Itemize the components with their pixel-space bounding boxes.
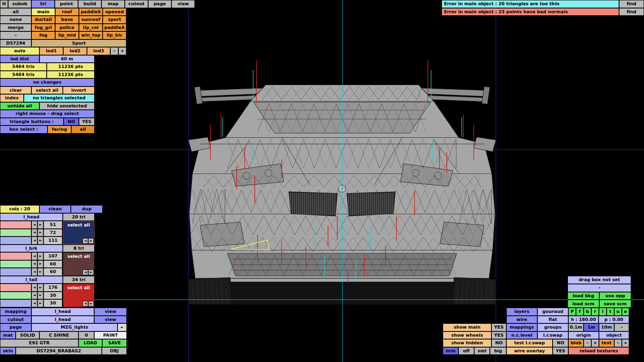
layer-t-button[interactable]: t xyxy=(607,308,614,316)
subobj-lipblc-button[interactable]: lip_blc xyxy=(103,31,126,39)
test-lr-swap-toggle[interactable]: NO xyxy=(553,339,568,347)
subobj-paddlea-button[interactable]: paddleA xyxy=(103,24,126,32)
wire-mode-button[interactable]: flat xyxy=(537,316,568,324)
spinner-right-icon[interactable]: ► xyxy=(37,299,43,307)
show-hidden-toggle[interactable]: NO xyxy=(491,339,506,347)
error-find-button-2[interactable]: find xyxy=(619,8,644,16)
subobj-main-button[interactable]: main xyxy=(31,8,55,16)
menu-cutout[interactable]: cutout xyxy=(125,0,148,8)
show-main-toggle[interactable]: YES xyxy=(491,323,506,331)
spinner-right-icon[interactable]: ► xyxy=(37,260,43,268)
page-right-icon[interactable]: ► xyxy=(88,301,94,306)
text-plus-button[interactable]: + xyxy=(622,339,629,347)
spinner-left-icon[interactable]: ◄ xyxy=(31,268,37,276)
menu-subob[interactable]: subob xyxy=(8,0,31,8)
clear-button[interactable]: clear xyxy=(0,86,31,95)
variant-button[interactable]: Sport xyxy=(31,39,126,47)
subobj-base-button[interactable]: base xyxy=(55,16,79,24)
cutout-value[interactable]: l_head xyxy=(31,316,94,324)
channel-value[interactable]: 30 xyxy=(43,299,62,307)
origin-button[interactable]: origin xyxy=(568,331,599,339)
use-opp-button[interactable]: use opp xyxy=(599,292,631,300)
nrm-big-button[interactable]: big xyxy=(490,347,506,355)
spinner-right-icon[interactable]: ► xyxy=(37,284,43,292)
channel-value[interactable]: 176 xyxy=(43,284,62,292)
spinner-left-icon[interactable]: ◄ xyxy=(31,237,37,245)
page-right-icon[interactable]: ► xyxy=(88,238,94,244)
subobj-roof-button[interactable]: roof xyxy=(55,8,79,16)
menu-page[interactable]: page xyxy=(148,0,171,8)
subobj-opened-button[interactable]: opened xyxy=(103,8,126,16)
nrm-button[interactable]: nrm xyxy=(443,347,458,355)
select-all-button[interactable]: select all xyxy=(31,86,63,95)
mat-paint-button[interactable]: PAINT xyxy=(94,331,127,339)
show-wheels-toggle[interactable]: YES xyxy=(491,331,506,339)
triangle-buttons-yes[interactable]: YES xyxy=(79,118,95,126)
menu-map[interactable]: map xyxy=(101,0,125,8)
mat-cshine-button[interactable]: C SHINE xyxy=(39,331,78,339)
color-slider-green[interactable] xyxy=(0,229,31,237)
mapping-view-button[interactable]: view xyxy=(94,308,127,316)
color-slider-blue[interactable] xyxy=(0,237,31,245)
load-bkg-button[interactable]: load bkg xyxy=(568,292,599,300)
page-next-icon[interactable]: ► xyxy=(118,323,127,331)
blob-plus-button[interactable]: + xyxy=(591,339,599,347)
spinner-right-icon[interactable]: ► xyxy=(37,221,43,229)
layer-l-button[interactable]: l xyxy=(599,308,607,316)
layer-r-button[interactable]: r xyxy=(591,308,599,316)
channel-value[interactable]: 51 xyxy=(43,221,62,229)
text-button[interactable]: text xyxy=(599,339,614,347)
shading-mode-button[interactable]: gouraud xyxy=(537,308,568,316)
channel-value[interactable]: 72 xyxy=(43,229,62,237)
spinner-left-icon[interactable]: ◄ xyxy=(31,229,37,237)
material-name[interactable]: l_brk xyxy=(0,245,63,253)
scale-10m-button[interactable]: 10m xyxy=(599,323,614,331)
lr-swap-button[interactable]: l.r.swap xyxy=(537,331,568,339)
material-name[interactable]: l_tail xyxy=(0,276,63,284)
text-minus-button[interactable]: – xyxy=(614,339,622,347)
model-id-field[interactable]: D57294 xyxy=(0,39,31,47)
subobj-ductail-button[interactable]: ductail xyxy=(31,16,55,24)
subobj-dash-button[interactable]: – xyxy=(0,31,31,39)
subobj-fog-button[interactable]: fog xyxy=(31,31,55,39)
blob-minus-button[interactable]: – xyxy=(584,339,591,347)
channel-value[interactable]: 30 xyxy=(43,292,62,300)
box-select-all[interactable]: all xyxy=(71,125,95,134)
model-name-field[interactable]: E92 GTR xyxy=(0,339,78,347)
page-left-icon[interactable]: ◄ xyxy=(83,301,88,306)
subobj-merge-button[interactable]: merge xyxy=(0,24,31,32)
nc-level-button[interactable]: n.c.level xyxy=(506,331,537,339)
box-select-facing[interactable]: facing xyxy=(47,125,71,134)
scale-minus-button[interactable]: – xyxy=(614,323,629,331)
lod-plus-button[interactable]: + xyxy=(118,47,126,55)
menu-view[interactable]: view xyxy=(171,0,195,8)
mappings-button[interactable]: mappings xyxy=(506,323,537,331)
spinner-left-icon[interactable]: ◄ xyxy=(31,284,37,292)
lod-dist-value[interactable]: 60 m xyxy=(39,55,95,63)
hide-unselected-button[interactable]: hide unselected xyxy=(39,102,95,110)
invert-button[interactable]: invert xyxy=(63,86,95,95)
lod-minus-button[interactable]: – xyxy=(110,47,118,55)
subobj-lipmid-button[interactable]: lip_mid xyxy=(55,31,79,39)
menu-build[interactable]: build xyxy=(78,0,101,8)
layer-u-button[interactable]: u xyxy=(614,308,622,316)
cutout-view-button[interactable]: view xyxy=(94,316,127,324)
subobj-foggrl-button[interactable]: fog_grl xyxy=(31,24,55,32)
subobj-police-button[interactable]: police xyxy=(55,24,79,32)
subobj-wintop-button[interactable]: win_top xyxy=(79,31,103,39)
spinner-right-icon[interactable]: ► xyxy=(37,268,43,276)
reload-textures-button[interactable]: reload textures xyxy=(568,347,629,355)
object-button[interactable]: object xyxy=(599,331,629,339)
channel-value[interactable]: 107 xyxy=(43,252,62,260)
spinner-left-icon[interactable]: ◄ xyxy=(31,252,37,260)
lod-auto-button[interactable]: auto xyxy=(0,47,39,55)
groups-button[interactable]: groups xyxy=(537,323,568,331)
skin-value-field[interactable]: D57294_BRABAS2 xyxy=(16,347,102,355)
mat-solid-button[interactable]: SOLID xyxy=(16,331,39,339)
error-find-button-1[interactable]: find xyxy=(619,0,644,8)
load-scm-button[interactable]: load scm xyxy=(568,300,599,308)
spinner-left-icon[interactable]: ◄ xyxy=(31,221,37,229)
blob-button[interactable]: blob xyxy=(568,339,584,347)
spinner-right-icon[interactable]: ► xyxy=(37,229,43,237)
clean-button[interactable]: clean xyxy=(39,205,71,213)
